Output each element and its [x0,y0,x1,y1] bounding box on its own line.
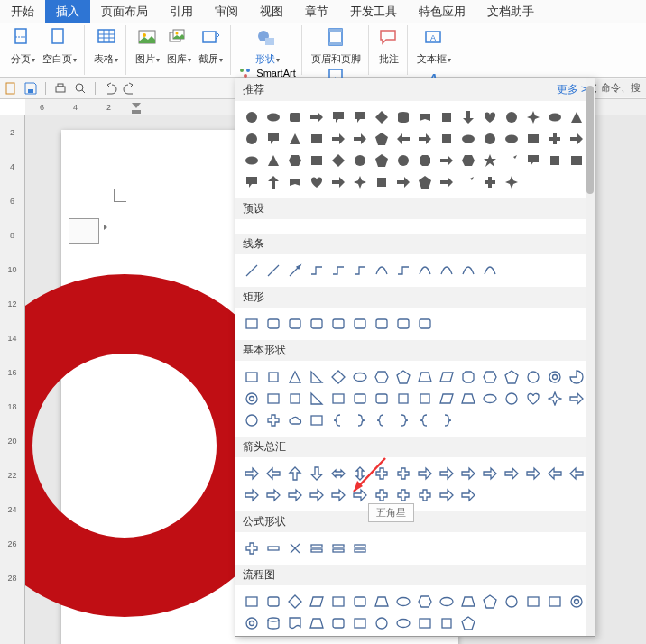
rec-heart[interactable] [308,173,326,191]
header-footer-button[interactable]: 页眉和页脚 [309,25,363,66]
rec-circle[interactable] [243,108,261,126]
shape-plus[interactable] [264,411,282,429]
rec-circle[interactable] [243,130,261,148]
shape-arrow_r[interactable] [481,465,499,483]
shape-rrect[interactable] [329,614,347,632]
shape-rtri[interactable] [308,368,326,386]
rec-arrow_r[interactable] [308,108,326,126]
rec-star4[interactable] [503,173,521,191]
shape-rect[interactable] [329,390,347,408]
shape-square[interactable] [286,390,304,408]
shape-square[interactable] [264,368,282,386]
shape-arrow_r[interactable] [438,465,456,483]
rec-banner[interactable] [286,173,304,191]
shape-button[interactable]: 形状▾ [254,25,281,66]
image-button[interactable]: 图片▾ [134,25,162,66]
rec-circle[interactable] [481,130,499,148]
shape-rect[interactable] [351,614,369,632]
shape-arrow_d[interactable] [308,465,326,483]
qb-save-icon[interactable] [23,81,38,96]
shape-curve[interactable] [373,262,391,280]
shape-arrow_r[interactable] [329,486,347,504]
comment-button[interactable]: 批注 [376,25,401,66]
tab-assistant[interactable]: 文档助手 [476,0,545,23]
shape-trap[interactable] [459,593,477,611]
rec-cross[interactable] [524,173,542,191]
shape-hex[interactable] [416,593,434,611]
rec-star4[interactable] [351,173,369,191]
shape-donut[interactable] [243,390,261,408]
rec-hex[interactable] [286,152,304,170]
shape-circle[interactable] [373,614,391,632]
tab-start[interactable]: 开始 [0,0,45,23]
shape-rtri[interactable] [308,390,326,408]
rec-square[interactable] [373,173,391,191]
rec-arrow_r[interactable] [394,173,412,191]
shape-rrect[interactable] [329,315,347,333]
rec-circle[interactable] [351,152,369,170]
rec-rect[interactable] [568,152,586,170]
rec-oval[interactable] [264,108,282,126]
shape-rrect[interactable] [286,315,304,333]
tab-insert[interactable]: 插入 [45,0,90,23]
shape-line[interactable] [243,262,261,280]
shape-oct[interactable] [459,368,477,386]
shape-arrow_r[interactable] [459,486,477,504]
rec-cyl[interactable] [394,108,412,126]
shape-rect[interactable] [243,315,261,333]
shape-rect[interactable] [264,390,282,408]
shape-square[interactable] [438,614,456,632]
rec-tri[interactable] [568,108,586,126]
shape-brace_r[interactable] [438,411,456,429]
shape-pent[interactable] [481,593,499,611]
shape-rrect[interactable] [264,593,282,611]
shape-conn[interactable] [351,262,369,280]
shape-para[interactable] [438,390,456,408]
rec-star5[interactable] [481,152,499,170]
more-link[interactable]: 更多 > [557,82,587,97]
shape-rrect[interactable] [351,593,369,611]
shape-arrow_r[interactable] [416,465,434,483]
rec-arrow_u[interactable] [264,173,282,191]
rec-diamond[interactable] [329,152,347,170]
page-break-button[interactable]: 分页▾ [9,25,37,66]
shape-square[interactable] [394,390,412,408]
shape-plus[interactable] [373,486,391,504]
shape-arrow_r[interactable] [459,465,477,483]
shape-rrect[interactable] [394,315,412,333]
textbox-button[interactable]: A 文本框▾ [415,25,453,66]
rec-star4[interactable] [524,108,542,126]
shape-arrow_r[interactable] [308,486,326,504]
shape-rrect[interactable] [416,315,434,333]
shape-equal[interactable] [351,539,369,557]
rec-hex[interactable] [459,152,477,170]
shape-rrect[interactable] [373,315,391,333]
rec-square[interactable] [438,108,456,126]
shape-arrow_r[interactable] [503,465,521,483]
rec-square[interactable] [546,152,564,170]
rec-callout[interactable] [243,173,261,191]
shape-rect[interactable] [546,593,564,611]
shape-tri[interactable] [286,368,304,386]
shape-brace_r[interactable] [394,411,412,429]
shape-arrow_r[interactable] [438,486,456,504]
shape-rrect[interactable] [351,315,369,333]
shape-rrect[interactable] [308,315,326,333]
rec-line_a[interactable] [459,173,477,191]
shape-arrow_l[interactable] [568,465,586,483]
rec-circle[interactable] [503,108,521,126]
shape-cross[interactable] [286,539,304,557]
rec-rect[interactable] [308,152,326,170]
shape-cloud[interactable] [286,411,304,429]
rec-pent[interactable] [373,130,391,148]
rec-pent[interactable] [373,152,391,170]
shape-equal[interactable] [329,539,347,557]
rec-plus[interactable] [546,130,564,148]
shape-arrow_l[interactable] [546,465,564,483]
tab-review[interactable]: 审阅 [204,0,249,23]
shape-oval[interactable] [351,368,369,386]
shape-curve[interactable] [481,262,499,280]
rec-oval[interactable] [459,130,477,148]
shape-arrow_u[interactable] [286,465,304,483]
shape-circle[interactable] [524,368,542,386]
